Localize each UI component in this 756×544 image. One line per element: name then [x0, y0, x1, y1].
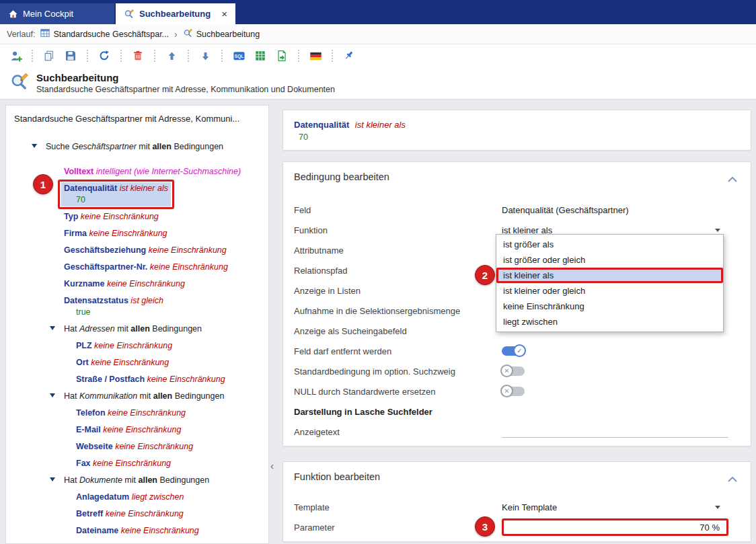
collapse-chevron-icon[interactable]	[728, 173, 737, 185]
breadcrumb-item-label: Suchbearbeitung	[196, 30, 260, 39]
tree-node-text: Bedingungen	[172, 142, 223, 151]
tree-node-text: Geschäftsbeziehung	[64, 245, 146, 255]
form-label: NULL durch Standardwerte ersetzen	[294, 387, 502, 397]
expand-arrow-icon[interactable]	[32, 144, 37, 148]
pin-icon[interactable]	[340, 47, 358, 65]
tree-node[interactable]: Fax keine Einschränkung	[6, 455, 268, 472]
dropdown-option-selected[interactable]: ist kleiner als	[496, 268, 723, 283]
form-section-label: Darstellung in Lasche Suchfelder	[294, 407, 502, 417]
tree-node-text: mit	[115, 324, 131, 334]
tree-node[interactable]: Firma keine Einschränkung	[6, 225, 268, 242]
tree-node[interactable]: Webseite keine Einschränkung	[6, 438, 268, 455]
cross-icon: ✕	[500, 364, 513, 377]
dropdown-option[interactable]: ist größer oder gleich	[496, 252, 723, 268]
form-row: Darstellung in Lasche Suchfelder	[294, 401, 740, 422]
tree-node-text: Geschäftspartner-Nr.	[64, 262, 147, 272]
page-title: Suchbearbeitung	[36, 72, 335, 83]
toolbar-divider	[32, 50, 33, 62]
select-field[interactable]: Kein Template	[502, 502, 728, 512]
form-row: FeldDatenqualität (Geschäftspartner)	[294, 200, 740, 220]
german-flag-icon[interactable]	[307, 47, 324, 65]
expand-arrow-icon[interactable]	[50, 393, 55, 397]
tree-node[interactable]: Telefon keine Einschränkung	[6, 405, 268, 422]
form-label: Anzeige in Listen	[294, 286, 502, 296]
app-window: Mein Cockpit Suchbearbeitung × Verlauf: …	[0, 0, 756, 544]
tree-node[interactable]: Hat Kommunikation mit allen Bedingungen	[6, 388, 268, 405]
tree-node[interactable]: Stichwort keine Einschränkung	[6, 539, 268, 544]
collapse-chevron-icon[interactable]	[728, 473, 737, 485]
breadcrumb-item-suchbearbeitung[interactable]: Suchbearbeitung	[183, 28, 260, 40]
tree-node-text: Suche	[46, 142, 72, 151]
close-icon[interactable]: ×	[221, 9, 227, 19]
expand-arrow-icon[interactable]	[50, 326, 55, 330]
breadcrumb-label: Verlauf:	[7, 30, 35, 39]
tree-node-text: keine Einschränkung	[103, 509, 184, 518]
tree-node-text: liegt zwischen	[129, 492, 184, 502]
tree-node-content: E-Mail keine Einschränkung	[73, 424, 184, 436]
tree-node-text: Kurzname	[64, 279, 104, 288]
add-record-icon[interactable]	[7, 47, 24, 65]
toggle-off[interactable]: ✕	[502, 387, 525, 396]
tree-node-text: keine Einschränkung	[92, 341, 173, 350]
dropdown-option[interactable]: liegt zwischen	[496, 314, 723, 329]
tree-node-text: Bedingungen	[172, 391, 224, 401]
collapse-panel-icon[interactable]: ‹	[270, 460, 274, 471]
tree-node-content: Typ keine Einschränkung	[61, 210, 161, 223]
delete-icon[interactable]	[129, 47, 147, 65]
summary-field: Datenqualität	[294, 120, 349, 130]
tree-node-content: Hat Kommunikation mit allen Bedingungen	[61, 390, 227, 403]
save-icon[interactable]	[62, 47, 79, 65]
move-up-icon[interactable]	[163, 47, 180, 65]
export-file-icon[interactable]	[273, 47, 291, 65]
tree-node[interactable]: Typ keine Einschränkung	[6, 208, 268, 225]
tree-node[interactable]: Ort keine Einschränkung	[6, 354, 268, 371]
form-control: ✕	[502, 387, 728, 396]
tree-node-selected-content: Datenqualität ist kleiner als70	[61, 182, 171, 206]
tree-node[interactable]: Dateiname keine Einschränkung	[6, 522, 268, 539]
tree-node[interactable]: Geschäftspartner-Nr. keine Einschränkung	[6, 259, 268, 276]
chevron-down-icon[interactable]	[715, 229, 720, 232]
tree-node[interactable]: Anlagedatum liegt zwischen	[6, 489, 268, 506]
move-down-icon[interactable]	[196, 47, 214, 65]
tree-node[interactable]: E-Mail keine Einschränkung	[6, 422, 268, 438]
chevron-down-icon[interactable]	[715, 506, 720, 509]
tree-node[interactable]: Datensatzstatus ist gleichtrue	[6, 293, 268, 321]
text-input[interactable]	[502, 426, 728, 438]
tab-label: Suchbearbeitung	[139, 9, 211, 19]
expand-arrow-icon[interactable]	[50, 477, 55, 481]
tree-node-text: ist kleiner als	[117, 184, 168, 193]
dropdown-option[interactable]: keine Einschränkung	[496, 299, 723, 314]
tree-node-text: Hat	[64, 391, 79, 401]
tree-node-text: Hat	[64, 475, 79, 485]
parameter-input[interactable]: 70 %	[502, 518, 728, 536]
form-row: Standardbedingung im option. Suchzweig✕	[294, 361, 740, 381]
dropdown-option[interactable]: ist kleiner oder gleich	[496, 283, 723, 299]
tree-node[interactable]: Hat Adressen mit allen Bedingungen	[6, 321, 268, 338]
toggle-off[interactable]: ✕	[502, 366, 525, 376]
tree-node[interactable]: Betreff keine Einschränkung	[6, 506, 268, 522]
tree-node[interactable]: PLZ keine Einschränkung	[6, 338, 268, 354]
search-edit-icon	[9, 72, 30, 95]
export-table-icon[interactable]	[252, 47, 269, 65]
tree-node-text: Anlagedatum	[76, 492, 129, 502]
toggle-on[interactable]: ✓	[502, 346, 525, 356]
tree-node[interactable]: Hat Dokumente mit allen Bedingungen	[6, 472, 268, 489]
refresh-icon[interactable]	[96, 47, 113, 65]
tree-node[interactable]: Geschäftsbeziehung keine Einschränkung	[6, 242, 268, 259]
tree-node-text: keine Einschränkung	[113, 442, 194, 451]
tab-suchbearbeitung[interactable]: Suchbearbeitung ×	[116, 3, 235, 24]
tree-node[interactable]: Straße / Postfach keine Einschränkung	[6, 371, 268, 388]
tree-node[interactable]: Suche Geschäftspartner mit allen Bedingu…	[6, 139, 268, 155]
form-control: ✕	[502, 366, 728, 376]
tree-node-text: keine Einschränkung	[104, 279, 185, 288]
copy-icon[interactable]	[40, 47, 58, 65]
tree-node[interactable]: Kurzname keine Einschränkung	[6, 276, 268, 293]
dropdown-option[interactable]: ist größer als	[496, 237, 723, 252]
sql-icon[interactable]: SQL	[230, 47, 248, 65]
tree-node-text: Bedingungen	[157, 475, 209, 485]
toolbar-divider	[221, 50, 223, 62]
tree-node-text: Straße / Postfach	[76, 375, 145, 384]
tab-mein-cockpit[interactable]: Mein Cockpit	[0, 3, 114, 24]
breadcrumb-item-standardsuche[interactable]: Standardsuche Geschäftspar...	[40, 28, 169, 40]
tree-node-text: Ort	[76, 358, 89, 367]
